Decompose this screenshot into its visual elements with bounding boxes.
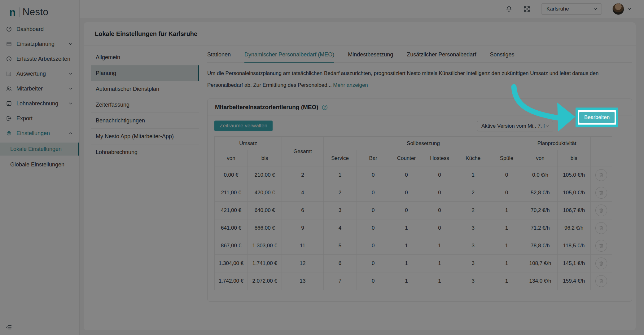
cell-gesamt: 11 bbox=[282, 237, 323, 255]
question-circle-icon[interactable] bbox=[322, 104, 328, 111]
people-icon bbox=[6, 86, 12, 92]
chevron-up-icon bbox=[68, 131, 73, 136]
delete-row-button[interactable] bbox=[595, 187, 607, 199]
delete-row-button[interactable] bbox=[595, 169, 607, 181]
cell-service: 5 bbox=[323, 237, 357, 255]
settings-nav-my-nesto-app[interactable]: My Nesto App (Mitarbeiter-App) bbox=[91, 129, 199, 144]
sidebar-item-dashboard[interactable]: Dashboard bbox=[0, 22, 79, 37]
tab-description: Um die Personaleinsatzplanung am tatsäch… bbox=[207, 68, 632, 91]
trash-icon bbox=[598, 243, 604, 249]
profile-menu[interactable] bbox=[612, 3, 632, 15]
cell-plan-von: 70,2 €/h bbox=[523, 202, 557, 219]
delete-row-button[interactable] bbox=[595, 240, 607, 252]
cell-gesamt: 2 bbox=[282, 166, 323, 184]
cell-plan-von: 52,8 €/h bbox=[523, 184, 557, 202]
delete-row-button[interactable] bbox=[595, 205, 607, 216]
settings-nav-allgemein[interactable]: Allgemein bbox=[91, 50, 199, 65]
settings-nav-benachrichtigungen[interactable]: Benachrichtigungen bbox=[91, 113, 199, 129]
tab-stationen[interactable]: Stationen bbox=[207, 51, 231, 62]
clock-icon bbox=[6, 56, 12, 62]
cell-service: 3 bbox=[323, 202, 357, 219]
sidebar-item-label: Einsatzplanung bbox=[16, 41, 64, 47]
manage-periods-button[interactable]: Zeiträume verwalten bbox=[214, 121, 273, 131]
cell-hostess: 1 bbox=[423, 272, 456, 290]
cell-hostess: 0 bbox=[423, 219, 456, 237]
settings-nav-zeiterfassung[interactable]: Zeiterfassung bbox=[91, 97, 199, 113]
cell-umsatz-von: 1.304,00 € bbox=[215, 255, 248, 272]
sidebar-item-erfasste-arbeitszeiten[interactable]: Erfasste Arbeitszeiten bbox=[0, 51, 79, 66]
meo-panel: Mitarbeitereinsatzorientierung (MEO) Zei… bbox=[207, 99, 632, 302]
cell-kueche: 1 bbox=[456, 166, 490, 184]
col-gesamt: Gesamt bbox=[282, 137, 323, 166]
sidebar-item-einstellungen[interactable]: Einstellungen bbox=[0, 126, 79, 141]
tab-dynamischer-personalbedarf[interactable]: Dynamischer Personalbedarf (MEO) bbox=[244, 51, 334, 62]
collapse-sidebar-icon[interactable] bbox=[6, 324, 12, 331]
cell-umsatz-von: 641,00 € bbox=[215, 219, 248, 237]
sidebar-item-label: Lohnabrechnung bbox=[16, 100, 64, 107]
gauge-icon bbox=[6, 26, 12, 32]
meo-toolbar: Zeiträume verwalten Aktive Version vom M… bbox=[208, 116, 632, 136]
cell-hostess: 1 bbox=[423, 237, 456, 255]
col-kueche: Küche bbox=[456, 150, 490, 166]
cell-spuele: 1 bbox=[490, 237, 523, 255]
cell-spuele: 0 bbox=[490, 166, 523, 184]
cell-umsatz-bis: 640,00 € bbox=[248, 202, 282, 219]
chevron-down-icon bbox=[68, 101, 73, 106]
sidebar-item-lokale-einstellungen[interactable]: Lokale Einstellungen bbox=[0, 143, 79, 156]
tab-mindestbesetzung[interactable]: Mindestbesetzung bbox=[348, 51, 393, 62]
tab-zusaetzlicher-personalbedarf[interactable]: Zusätzlicher Personalbedarf bbox=[407, 51, 476, 62]
settings-nav-lohnabrechnung[interactable]: Lohnabrechnung bbox=[91, 144, 199, 160]
card-header: Lokale Einstellungen für Karlsruhe bbox=[84, 22, 636, 46]
col-bar: Bar bbox=[357, 150, 390, 166]
delete-row-button[interactable] bbox=[595, 258, 607, 269]
col-service: Service bbox=[323, 150, 357, 166]
meo-table: Umsatz Gesamt Sollbesetzung Planprodukti… bbox=[214, 136, 612, 290]
cell-plan-bis: 159,4 €/h bbox=[557, 272, 590, 290]
table-row: 641,00 € 866,00 € 9 4 0 1 0 3 1 71,2 € bbox=[215, 219, 612, 237]
gear-icon bbox=[6, 130, 12, 136]
cell-counter: 0 bbox=[390, 184, 423, 202]
sidebar-item-auswertung[interactable]: Auswertung bbox=[0, 66, 79, 81]
edit-button-highlight: Bearbeiten bbox=[576, 108, 618, 127]
settings-nav-automatischer-dienstplan[interactable]: Automatischer Dienstplan bbox=[91, 81, 199, 97]
version-select[interactable]: Aktive Version vom Mi., 7. Feb... bbox=[477, 121, 553, 131]
sidebar-footer bbox=[0, 320, 79, 335]
cell-umsatz-von: 211,00 € bbox=[215, 184, 248, 202]
content-card: Lokale Einstellungen für Karlsruhe Allge… bbox=[84, 22, 636, 330]
chevron-down-icon bbox=[68, 71, 73, 76]
sidebar-item-lohnabrechnung[interactable]: Lohnabrechnung bbox=[0, 96, 79, 111]
cell-bar: 0 bbox=[357, 219, 390, 237]
fullscreen-icon[interactable] bbox=[523, 5, 531, 13]
delete-row-button[interactable] bbox=[595, 222, 607, 234]
edit-button[interactable]: Bearbeiten bbox=[579, 112, 615, 123]
sidebar-item-export[interactable]: Export bbox=[0, 111, 79, 126]
cell-umsatz-bis: 2.072,00 € bbox=[248, 272, 282, 290]
chevron-down-icon bbox=[593, 7, 598, 11]
sidebar-nav: Dashboard Einsatzplanung Erfasste Arbeit… bbox=[0, 22, 79, 171]
sidebar-item-mitarbeiter[interactable]: Mitarbeiter bbox=[0, 81, 79, 96]
logo-separator bbox=[19, 7, 20, 17]
show-more-link[interactable]: Mehr anzeigen bbox=[333, 82, 368, 88]
cell-kueche: 2 bbox=[456, 184, 490, 202]
sidebar-item-globale-einstellungen[interactable]: Globale Einstellungen bbox=[0, 158, 79, 171]
cell-kueche: 3 bbox=[456, 237, 490, 255]
sidebar-item-einsatzplanung[interactable]: Einsatzplanung bbox=[0, 37, 79, 51]
trash-icon bbox=[598, 278, 604, 284]
settings-nav-planung[interactable]: Planung bbox=[91, 65, 199, 81]
cell-umsatz-bis: 1.303,00 € bbox=[248, 237, 282, 255]
cell-gesamt: 9 bbox=[282, 219, 323, 237]
bar-chart-icon bbox=[6, 71, 12, 77]
logo-initial: n bbox=[9, 7, 16, 17]
cell-kueche: 3 bbox=[456, 255, 490, 272]
cell-hostess: 1 bbox=[423, 255, 456, 272]
cell-plan-bis: 106,7 €/h bbox=[557, 202, 590, 219]
bell-icon[interactable] bbox=[505, 5, 513, 13]
col-actions bbox=[590, 137, 612, 166]
cell-plan-von: 0,0 €/h bbox=[523, 166, 557, 184]
col-group-sollbesetzung: Sollbesetzung bbox=[323, 137, 523, 150]
delete-row-button[interactable] bbox=[595, 275, 607, 287]
tab-sonstiges[interactable]: Sonstiges bbox=[490, 51, 514, 62]
trash-icon bbox=[598, 261, 604, 266]
cell-umsatz-von: 867,00 € bbox=[215, 237, 248, 255]
location-select[interactable]: Karlsruhe bbox=[541, 3, 602, 15]
